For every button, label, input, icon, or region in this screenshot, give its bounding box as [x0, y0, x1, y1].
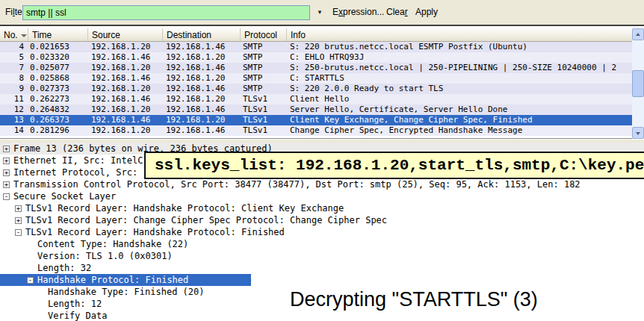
- caption-text: Decrypting "STARTTLS" (3): [290, 288, 538, 311]
- packet-list-scrollbar[interactable]: [632, 28, 644, 139]
- expander-icon[interactable]: +: [3, 181, 10, 188]
- expander-icon[interactable]: +: [3, 146, 10, 152]
- toolbar-divider: [0, 25, 644, 27]
- packet-row[interactable]: 70.025077192.168.1.20192.168.1.46SMTPS: …: [0, 63, 632, 73]
- clear-button[interactable]: Clear: [386, 7, 408, 17]
- ssl-keys-list-overlay: ssl.keys_list: 192.168.1.20,start_tls,sm…: [144, 152, 644, 179]
- tree-row[interactable]: +Transmission Control Protocol, Src Port…: [0, 178, 644, 190]
- packet-list-header: No. Time Source Destination Protocol Inf…: [0, 28, 632, 42]
- scroll-up-icon[interactable]: [632, 28, 644, 40]
- filter-toolbar: Filter: ▼ Expression... Clear Apply: [0, 0, 644, 25]
- expression-button[interactable]: Expression...: [332, 7, 384, 17]
- sort-indicator-icon: [21, 34, 27, 37]
- expander-icon[interactable]: +: [3, 158, 10, 164]
- column-header-destination[interactable]: Destination: [163, 28, 241, 41]
- column-header-time[interactable]: Time: [28, 28, 88, 41]
- filter-dropdown-arrow-icon[interactable]: ▼: [314, 7, 326, 19]
- packet-row[interactable]: 110.262273192.168.1.46192.168.1.20TLSv1C…: [0, 94, 632, 105]
- tree-row[interactable]: +TLSv1 Record Layer: Handshake Protocol:…: [0, 202, 644, 214]
- column-header-no[interactable]: No.: [0, 28, 28, 41]
- packet-row[interactable]: 140.281296192.168.1.20192.168.1.46TLSv1C…: [0, 125, 632, 136]
- tree-row[interactable]: +TLSv1 Record Layer: Change Cipher Spec …: [0, 214, 644, 226]
- tree-row-selected[interactable]: -Handshake Protocol: Finished: [0, 274, 644, 286]
- packet-list-pane: No. Time Source Destination Protocol Inf…: [0, 28, 644, 139]
- expander-icon[interactable]: +: [15, 205, 22, 212]
- packet-row[interactable]: 80.025868192.168.1.46192.168.1.20SMTPC: …: [0, 73, 632, 84]
- scrollbar-thumb[interactable]: [632, 70, 644, 97]
- packet-row[interactable]: 120.264832192.168.1.20192.168.1.46TLSv1S…: [0, 105, 632, 115]
- column-header-source[interactable]: Source: [88, 28, 163, 41]
- packet-row[interactable]: 90.027373192.168.1.20192.168.1.46SMTPS: …: [0, 84, 632, 94]
- expander-icon[interactable]: -: [27, 277, 34, 284]
- expander-icon[interactable]: +: [15, 217, 22, 224]
- tree-row[interactable]: Content Type: Handshake (22): [0, 238, 644, 250]
- packet-row[interactable]: 40.021653192.168.1.20192.168.1.46SMTPS: …: [0, 42, 632, 52]
- tree-row[interactable]: -TLSv1 Record Layer: Handshake Protocol:…: [0, 226, 644, 238]
- scroll-down-icon[interactable]: [632, 127, 644, 139]
- tree-row[interactable]: Length: 32: [0, 262, 644, 274]
- tree-row[interactable]: Verify Data: [0, 310, 644, 321]
- expander-icon[interactable]: -: [15, 229, 22, 236]
- column-header-info[interactable]: Info: [287, 28, 632, 41]
- packet-row-selected[interactable]: 130.266373192.168.1.46192.168.1.20TLSv1C…: [0, 115, 632, 125]
- expander-icon[interactable]: +: [3, 169, 10, 176]
- column-header-protocol[interactable]: Protocol: [241, 28, 287, 41]
- tree-row[interactable]: Version: TLS 1.0 (0x0301): [0, 250, 644, 262]
- apply-button[interactable]: Apply: [415, 7, 438, 17]
- packet-row[interactable]: 50.023320192.168.1.46192.168.1.20SMTPC: …: [0, 52, 632, 63]
- filter-input[interactable]: [22, 5, 310, 20]
- tree-row[interactable]: -Secure Socket Layer: [0, 190, 644, 202]
- expander-icon[interactable]: -: [3, 193, 10, 200]
